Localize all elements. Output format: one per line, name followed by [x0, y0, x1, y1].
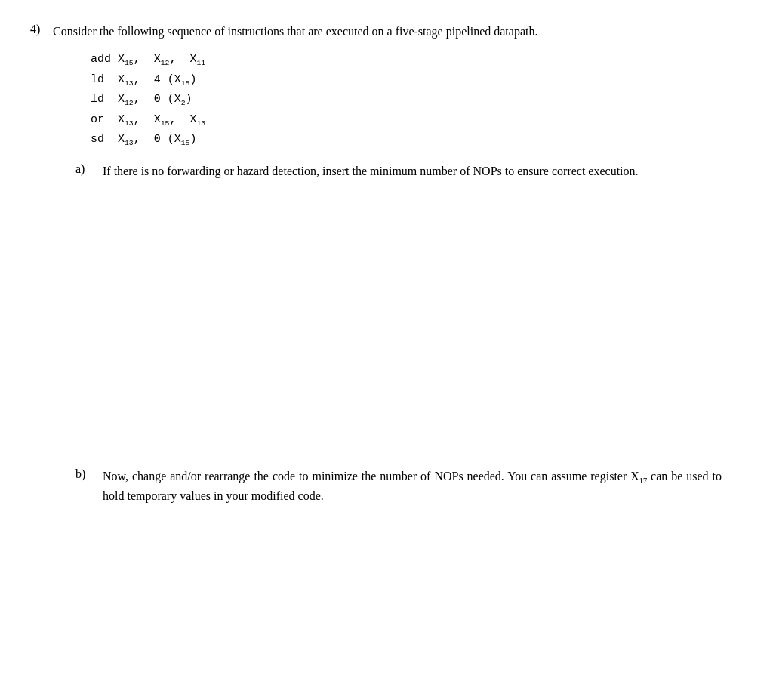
sub-label-b: b) — [75, 467, 103, 481]
sub-text-a: If there is no forwarding or hazard dete… — [103, 162, 639, 180]
mnemonic-sd: sd — [91, 130, 118, 150]
sub-question-b: b) Now, change and/or rearrange the code… — [75, 467, 743, 505]
question-header: 4) Consider the following sequence of in… — [30, 23, 743, 41]
instruction-or: or X13, X15, X13 — [91, 110, 743, 131]
sub-question-a: a) If there is no forwarding or hazard d… — [75, 162, 743, 180]
operands-add: X15, X12, X11 — [118, 50, 205, 70]
sub-text-b: Now, change and/or rearrange the code to… — [103, 467, 722, 505]
question-container: 4) Consider the following sequence of in… — [30, 23, 743, 505]
operands-ld1: X13, 4 (X15) — [118, 70, 196, 91]
sub-questions: a) If there is no forwarding or hazard d… — [75, 162, 743, 505]
instruction-sd: sd X13, 0 (X15) — [91, 130, 743, 150]
instructions-block: add X15, X12, X11 ld X13, 4 (X15) ld X12… — [91, 50, 743, 150]
mnemonic-ld1: ld — [91, 70, 118, 90]
operands-or: X13, X15, X13 — [118, 110, 205, 131]
sub-label-a: a) — [75, 162, 103, 176]
operands-sd: X13, 0 (X15) — [118, 130, 196, 150]
question-number: 4) — [30, 23, 53, 36]
mnemonic-add: add — [91, 50, 118, 69]
instruction-ld1: ld X13, 4 (X15) — [91, 70, 743, 91]
mnemonic-or: or — [91, 110, 118, 130]
question-intro: Consider the following sequence of instr… — [53, 23, 537, 41]
instruction-ld2: ld X12, 0 (X2) — [91, 90, 743, 110]
mnemonic-ld2: ld — [91, 90, 118, 109]
instruction-add: add X15, X12, X11 — [91, 50, 743, 70]
operands-ld2: X12, 0 (X2) — [118, 90, 192, 110]
